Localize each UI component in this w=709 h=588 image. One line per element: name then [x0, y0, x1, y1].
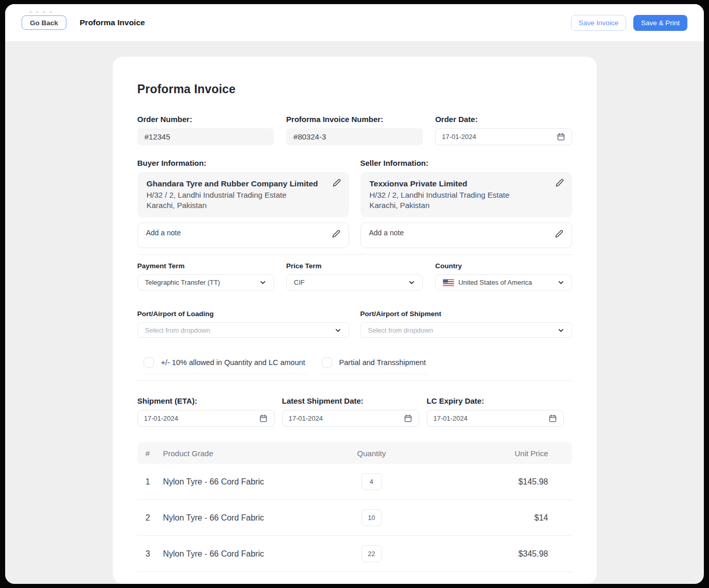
proforma-number-label: Proforma Invoice Number:: [286, 115, 423, 124]
calendar-icon[interactable]: [557, 132, 565, 141]
header-unit-price: Unit Price: [481, 449, 564, 458]
latest-shipment-value: 17-01-2024: [289, 414, 323, 422]
content-area: Proforma Invoice Order Number: #12345 Pr…: [5, 41, 704, 584]
payment-term-field: Payment Term Telegraphic Transfer (TT): [137, 262, 274, 290]
order-number-field: Order Number: #12345: [137, 115, 274, 145]
payment-term-value: Telegraphic Transfer (TT): [145, 279, 220, 286]
seller-name: Texxionva Private Limited: [370, 179, 563, 188]
buyer-address-line1: H/32 / 2, Landhi Industrial Trading Esta…: [147, 190, 340, 200]
shipment-eta-input[interactable]: 17-01-2024: [137, 410, 274, 427]
tolerance-checkbox[interactable]: [144, 357, 154, 368]
quantity-input[interactable]: 10: [361, 509, 382, 526]
pencil-icon: [556, 179, 564, 187]
seller-info-card: Texxionva Private Limited H/32 / 2, Land…: [360, 172, 572, 217]
tolerance-checkbox-group[interactable]: +/- 10% allowed in Quantity and LC amoun…: [144, 357, 308, 374]
buyer-address-line2: Karachi, Pakistan: [147, 200, 340, 211]
buyer-note-input[interactable]: Add a note: [137, 222, 349, 248]
order-date-field: Order Date: 17-01-2024: [435, 115, 572, 145]
seller-address-line2: Karachi, Pakistan: [370, 200, 563, 211]
buyer-edit-button[interactable]: [333, 179, 341, 188]
shipment-dates-row: Shipment (ETA): 17-01-2024 Latest Shipme…: [137, 396, 564, 427]
pencil-icon: [332, 230, 340, 238]
save-and-print-button[interactable]: Save & Print: [633, 15, 687, 31]
pencil-icon: [333, 179, 341, 187]
latest-shipment-field: Latest Shipment Date: 17-01-2024: [282, 396, 419, 427]
price-term-label: Price Term: [286, 262, 423, 270]
lc-expiry-field: LC Expiry Date: 17-01-2024: [427, 396, 564, 427]
pencil-icon: [555, 230, 563, 238]
terms-row: Payment Term Telegraphic Transfer (TT) P…: [137, 262, 572, 290]
port-shipment-select[interactable]: Select from dropdown: [360, 322, 572, 338]
shipment-eta-label: Shipment (ETA):: [137, 396, 274, 405]
shipment-eta-field: Shipment (ETA): 17-01-2024: [137, 396, 274, 427]
latest-shipment-input[interactable]: 17-01-2024: [282, 410, 419, 427]
partial-transshipment-checkbox-group[interactable]: Partial and Transshipment: [322, 357, 429, 374]
price-term-value: CIF: [294, 279, 305, 286]
page-title: Proforma Invoice: [80, 18, 145, 27]
calendar-icon[interactable]: [548, 414, 557, 423]
section-divider: [137, 254, 572, 255]
row-index: 1: [146, 477, 163, 487]
table-row: 3 Nylon Tyre - 66 Cord Fabric 22 $345.98: [137, 536, 572, 572]
row-unit-price: $14: [481, 513, 564, 523]
chevron-down-icon: [408, 279, 415, 286]
ports-row: Port/Airport of Loading Select from drop…: [137, 310, 572, 338]
us-flag-icon: [443, 279, 454, 286]
buyer-info-label: Buyer Information:: [137, 159, 349, 167]
price-term-field: Price Term CIF: [286, 262, 423, 290]
lc-expiry-label: LC Expiry Date:: [427, 396, 564, 405]
quantity-input[interactable]: 22: [361, 545, 382, 562]
port-shipment-placeholder: Select from dropdown: [368, 326, 433, 334]
row-unit-price: $145.98: [481, 477, 564, 487]
seller-note-edit-button[interactable]: [555, 230, 563, 239]
country-field: Country United States of America: [435, 262, 572, 290]
order-date-input[interactable]: 17-01-2024: [435, 128, 572, 145]
row-product-grade: Nylon Tyre - 66 Cord Fabric: [163, 549, 323, 559]
app-window: Go Back Proforma Invoice Save Invoice Sa…: [5, 4, 704, 584]
calendar-icon[interactable]: [404, 414, 412, 423]
header-product-grade: Product Grade: [163, 449, 323, 458]
invoice-heading: Proforma Invoice: [137, 82, 572, 96]
partial-transshipment-checkbox-label: Partial and Transshipment: [339, 358, 426, 367]
seller-section: Seller Information: Texxionva Private Li…: [360, 159, 572, 248]
order-number-input[interactable]: #12345: [137, 128, 274, 145]
calendar-icon[interactable]: [259, 414, 268, 423]
port-loading-label: Port/Airport of Loading: [137, 310, 349, 318]
lc-expiry-input[interactable]: 17-01-2024: [427, 410, 564, 427]
port-loading-select[interactable]: Select from dropdown: [137, 322, 349, 338]
order-date-value: 17-01-2024: [442, 133, 476, 141]
price-term-select[interactable]: CIF: [286, 274, 423, 290]
proforma-number-field: Proforma Invoice Number: #80324-3: [286, 115, 423, 145]
country-label: Country: [435, 262, 572, 270]
port-loading-placeholder: Select from dropdown: [145, 326, 210, 334]
go-back-button[interactable]: Go Back: [22, 15, 66, 30]
quantity-input[interactable]: 4: [361, 473, 382, 490]
section-divider: [137, 381, 572, 381]
seller-note-input[interactable]: Add a note: [360, 222, 572, 248]
invoice-card: Proforma Invoice Order Number: #12345 Pr…: [113, 57, 597, 584]
options-row: +/- 10% allowed in Quantity and LC amoun…: [137, 357, 572, 374]
buyer-note-edit-button[interactable]: [332, 230, 340, 239]
country-select[interactable]: United States of America: [435, 274, 572, 290]
partial-transshipment-checkbox[interactable]: [322, 357, 332, 368]
seller-edit-button[interactable]: [556, 179, 564, 188]
top-bar: Go Back Proforma Invoice Save Invoice Sa…: [5, 4, 704, 41]
proforma-number-input[interactable]: #80324-3: [286, 128, 423, 145]
buyer-note-placeholder: Add a note: [146, 229, 181, 237]
payment-term-label: Payment Term: [137, 262, 274, 270]
save-invoice-button[interactable]: Save Invoice: [571, 15, 626, 31]
order-number-label: Order Number:: [137, 115, 274, 124]
row-product-grade: Nylon Tyre - 66 Cord Fabric: [163, 513, 323, 523]
payment-term-select[interactable]: Telegraphic Transfer (TT): [137, 274, 274, 290]
screenshot-page: Go Back Proforma Invoice Save Invoice Sa…: [0, 0, 709, 588]
table-row: 2 Nylon Tyre - 66 Cord Fabric 10 $14: [137, 500, 572, 536]
header-quantity: Quantity: [323, 449, 421, 458]
parties-row: Buyer Information: Ghandara Tyre and Rub…: [137, 159, 572, 248]
port-shipment-label: Port/Airport of Shipment: [360, 310, 572, 318]
chevron-down-icon: [260, 279, 266, 286]
buyer-name: Ghandara Tyre and Rubber Company Limited: [147, 179, 340, 188]
order-meta-row: Order Number: #12345 Proforma Invoice Nu…: [137, 115, 572, 145]
port-loading-field: Port/Airport of Loading Select from drop…: [137, 310, 349, 338]
seller-address-line1: H/32 / 2, Landhi Industrial Trading Esta…: [370, 190, 563, 200]
row-unit-price: $345.98: [481, 549, 564, 559]
